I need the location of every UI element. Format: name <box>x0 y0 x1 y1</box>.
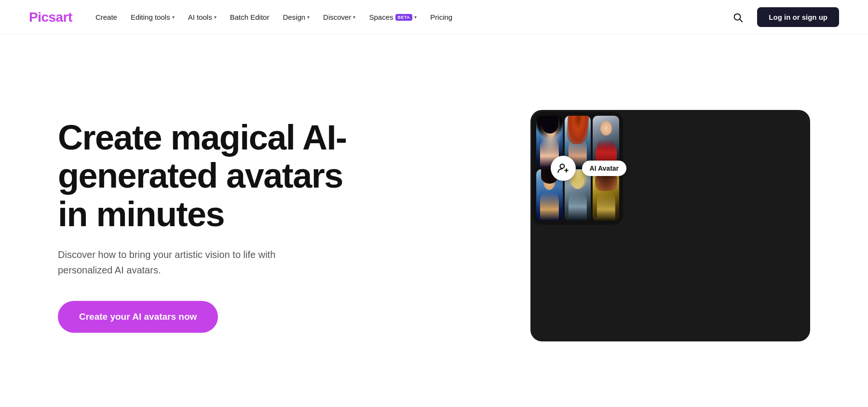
beta-badge: BETA <box>395 14 413 21</box>
nav-label-create: Create <box>95 13 117 21</box>
header-right: Log in or sign up <box>728 7 839 27</box>
nav-item-editing-tools[interactable]: Editing tools ▾ <box>125 9 180 25</box>
chevron-down-icon: ▾ <box>414 14 417 20</box>
hero-title: Create magical AI-generated avatars in m… <box>58 119 376 233</box>
login-signup-button[interactable]: Log in or sign up <box>757 7 839 27</box>
svg-line-1 <box>740 19 742 22</box>
nav-label-batch-editor: Batch Editor <box>230 13 270 21</box>
avatar-add-icon <box>557 162 570 175</box>
main-nav: Create Editing tools ▾ AI tools ▾ Batch … <box>90 9 458 25</box>
avatar-body-4 <box>540 192 558 221</box>
avatar-body-5 <box>569 192 587 221</box>
hero-content: Create magical AI-generated avatars in m… <box>58 119 376 333</box>
ai-avatar-label: AI Avatar <box>582 161 626 176</box>
nav-label-ai-tools: AI tools <box>188 13 212 21</box>
nav-label-editing-tools: Editing tools <box>131 13 170 21</box>
hero-subtitle: Discover how to bring your artistic visi… <box>58 247 318 278</box>
avatar-body-6 <box>597 192 615 221</box>
nav-item-create[interactable]: Create <box>90 9 123 25</box>
avatar-image-6 <box>593 169 619 221</box>
avatar-image-3 <box>593 116 619 167</box>
nav-label-pricing: Pricing <box>430 13 452 21</box>
logo[interactable]: Picsart <box>29 10 72 25</box>
nav-item-design[interactable]: Design ▾ <box>277 9 315 25</box>
avatar-collage: AI Avatar <box>530 110 810 341</box>
nav-item-ai-tools[interactable]: AI tools ▾ <box>182 9 222 25</box>
cta-create-avatars-button[interactable]: Create your AI avatars now <box>58 301 218 333</box>
header-left: Picsart Create Editing tools ▾ AI tools … <box>29 9 458 25</box>
hero-section: Create magical AI-generated avatars in m… <box>0 35 868 407</box>
chevron-down-icon: ▾ <box>172 14 175 20</box>
chevron-down-icon: ▾ <box>307 14 310 20</box>
search-button[interactable] <box>728 8 747 27</box>
svg-point-2 <box>560 164 564 168</box>
nav-label-spaces: Spaces <box>369 13 393 21</box>
site-header: Picsart Create Editing tools ▾ AI tools … <box>0 0 868 35</box>
chevron-down-icon: ▾ <box>214 14 217 20</box>
collage-grid: AI Avatar <box>532 112 623 225</box>
nav-label-discover: Discover <box>323 13 351 21</box>
search-icon <box>732 12 743 23</box>
nav-label-design: Design <box>283 13 305 21</box>
avatar-add-icon-container <box>551 156 576 181</box>
logo-text: Picsart <box>29 10 72 25</box>
nav-item-discover[interactable]: Discover ▾ <box>317 9 361 25</box>
nav-item-pricing[interactable]: Pricing <box>424 9 458 25</box>
chevron-down-icon: ▾ <box>353 14 355 20</box>
nav-item-spaces[interactable]: Spaces BETA ▾ <box>363 9 422 25</box>
nav-item-batch-editor[interactable]: Batch Editor <box>224 9 275 25</box>
